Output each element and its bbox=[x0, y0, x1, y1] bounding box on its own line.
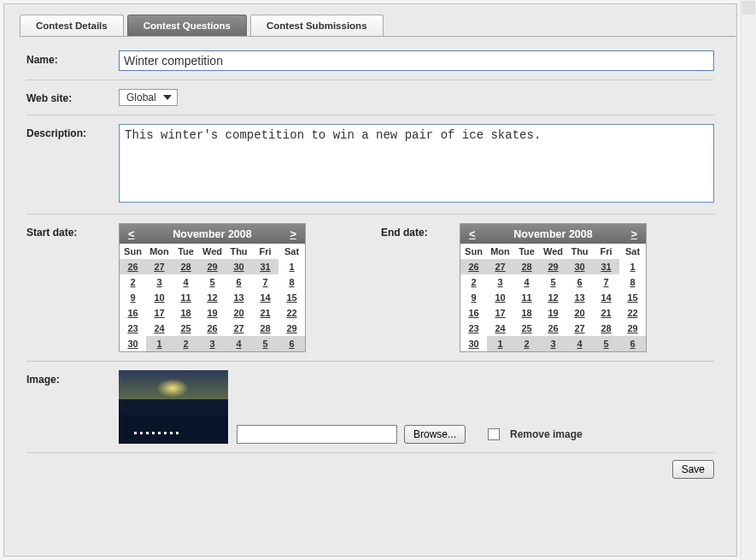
tab-contest-questions[interactable]: Contest Questions bbox=[127, 15, 247, 36]
cal-day[interactable]: 30 bbox=[460, 336, 487, 351]
cal-day[interactable]: 21 bbox=[593, 305, 619, 321]
cal-day[interactable]: 1 bbox=[278, 259, 305, 274]
vertical-scrollbar[interactable] bbox=[741, 0, 756, 560]
cal-day[interactable]: 28 bbox=[252, 321, 278, 336]
cal-day[interactable]: 19 bbox=[540, 305, 566, 321]
cal-day[interactable]: 15 bbox=[619, 290, 646, 305]
cal-day[interactable]: 26 bbox=[120, 259, 146, 274]
cal-day[interactable]: 28 bbox=[173, 259, 199, 274]
cal-day[interactable]: 20 bbox=[566, 305, 593, 321]
cal-day[interactable]: 11 bbox=[173, 290, 199, 305]
name-input[interactable] bbox=[119, 50, 714, 71]
website-select[interactable]: Global bbox=[119, 89, 178, 106]
cal-day[interactable]: 3 bbox=[146, 274, 173, 290]
cal-day[interactable]: 27 bbox=[487, 259, 513, 274]
cal-day[interactable]: 30 bbox=[120, 336, 146, 351]
cal-day[interactable]: 17 bbox=[487, 305, 513, 321]
cal-next-button[interactable]: > bbox=[630, 227, 637, 240]
cal-day[interactable]: 29 bbox=[278, 321, 305, 336]
cal-day[interactable]: 24 bbox=[487, 321, 513, 336]
cal-day[interactable]: 22 bbox=[619, 305, 646, 321]
cal-day[interactable]: 21 bbox=[252, 305, 278, 321]
cal-day[interactable]: 18 bbox=[173, 305, 199, 321]
browse-button[interactable]: Browse... bbox=[404, 425, 466, 444]
cal-day[interactable]: 6 bbox=[619, 336, 646, 351]
cal-day[interactable]: 28 bbox=[593, 321, 619, 336]
cal-day[interactable]: 6 bbox=[566, 274, 593, 290]
cal-day[interactable]: 1 bbox=[619, 259, 646, 274]
cal-day[interactable]: 10 bbox=[146, 290, 173, 305]
cal-day[interactable]: 29 bbox=[619, 321, 646, 336]
cal-day[interactable]: 11 bbox=[513, 290, 540, 305]
cal-day[interactable]: 23 bbox=[460, 321, 487, 336]
cal-day[interactable]: 8 bbox=[278, 274, 305, 290]
cal-day[interactable]: 27 bbox=[146, 259, 173, 274]
cal-day[interactable]: 3 bbox=[199, 336, 226, 351]
cal-day[interactable]: 5 bbox=[540, 274, 566, 290]
description-textarea[interactable] bbox=[119, 124, 714, 203]
cal-day[interactable]: 2 bbox=[513, 336, 540, 351]
cal-day[interactable]: 27 bbox=[226, 321, 252, 336]
cal-day[interactable]: 5 bbox=[593, 336, 619, 351]
cal-day[interactable]: 7 bbox=[252, 274, 278, 290]
cal-day[interactable]: 2 bbox=[120, 274, 146, 290]
cal-day[interactable]: 2 bbox=[173, 336, 199, 351]
cal-day[interactable]: 2 bbox=[460, 274, 487, 290]
scroll-up-icon[interactable] bbox=[742, 1, 755, 15]
cal-next-button[interactable]: > bbox=[290, 227, 296, 240]
cal-day[interactable]: 19 bbox=[199, 305, 226, 321]
cal-day[interactable]: 14 bbox=[252, 290, 278, 305]
cal-day[interactable]: 1 bbox=[487, 336, 513, 351]
cal-day[interactable]: 12 bbox=[199, 290, 226, 305]
cal-prev-button[interactable]: < bbox=[469, 227, 476, 240]
cal-day[interactable]: 5 bbox=[252, 336, 278, 351]
cal-day[interactable]: 14 bbox=[593, 290, 619, 305]
image-path-input[interactable] bbox=[237, 425, 397, 444]
cal-day[interactable]: 7 bbox=[593, 274, 619, 290]
cal-day[interactable]: 3 bbox=[487, 274, 513, 290]
cal-day[interactable]: 12 bbox=[540, 290, 566, 305]
cal-day[interactable]: 4 bbox=[566, 336, 593, 351]
cal-day[interactable]: 4 bbox=[173, 274, 199, 290]
cal-day[interactable]: 22 bbox=[278, 305, 305, 321]
cal-day[interactable]: 17 bbox=[146, 305, 173, 321]
cal-day[interactable]: 23 bbox=[120, 321, 146, 336]
cal-day[interactable]: 4 bbox=[513, 274, 540, 290]
cal-day[interactable]: 31 bbox=[252, 259, 278, 274]
cal-day[interactable]: 3 bbox=[540, 336, 566, 351]
save-button[interactable]: Save bbox=[672, 460, 714, 479]
cal-day[interactable]: 18 bbox=[513, 305, 540, 321]
cal-day[interactable]: 29 bbox=[540, 259, 566, 274]
cal-day[interactable]: 16 bbox=[460, 305, 487, 321]
cal-day[interactable]: 30 bbox=[226, 259, 252, 274]
cal-day[interactable]: 13 bbox=[226, 290, 252, 305]
cal-day[interactable]: 13 bbox=[566, 290, 593, 305]
remove-image-checkbox[interactable] bbox=[488, 428, 500, 440]
cal-day[interactable]: 6 bbox=[226, 274, 252, 290]
cal-day[interactable]: 30 bbox=[566, 259, 593, 274]
cal-day[interactable]: 5 bbox=[199, 274, 226, 290]
cal-day[interactable]: 10 bbox=[487, 290, 513, 305]
cal-day[interactable]: 26 bbox=[199, 321, 226, 336]
cal-day[interactable]: 28 bbox=[513, 259, 540, 274]
cal-day[interactable]: 9 bbox=[120, 290, 146, 305]
cal-day[interactable]: 25 bbox=[173, 321, 199, 336]
cal-day[interactable]: 31 bbox=[593, 259, 619, 274]
cal-day[interactable]: 6 bbox=[278, 336, 305, 351]
cal-day[interactable]: 24 bbox=[146, 321, 173, 336]
cal-day[interactable]: 26 bbox=[540, 321, 566, 336]
cal-day[interactable]: 25 bbox=[513, 321, 540, 336]
cal-day[interactable]: 9 bbox=[460, 290, 487, 305]
cal-day[interactable]: 4 bbox=[226, 336, 252, 351]
tab-contest-submissions[interactable]: Contest Submissions bbox=[250, 15, 384, 36]
tab-contest-details[interactable]: Contest Details bbox=[20, 15, 124, 36]
cal-day[interactable]: 26 bbox=[460, 259, 487, 274]
cal-day[interactable]: 16 bbox=[120, 305, 146, 321]
cal-prev-button[interactable]: < bbox=[128, 227, 135, 240]
cal-day[interactable]: 27 bbox=[566, 321, 593, 336]
cal-day[interactable]: 29 bbox=[199, 259, 226, 274]
cal-day[interactable]: 15 bbox=[278, 290, 305, 305]
cal-day[interactable]: 8 bbox=[619, 274, 646, 290]
cal-day[interactable]: 1 bbox=[146, 336, 173, 351]
cal-day[interactable]: 20 bbox=[226, 305, 252, 321]
